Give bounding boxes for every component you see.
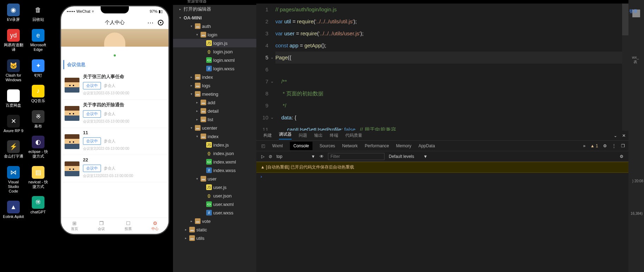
chevron-icon[interactable]: ▾: [191, 24, 195, 28]
desktop-icon-ev-recorder[interactable]: ◉EV录屏: [3, 4, 24, 22]
fold-icon[interactable]: ⌄: [270, 79, 274, 84]
chevron-icon[interactable]: ▸: [196, 109, 201, 113]
tree-node[interactable]: ▾▬index: [173, 132, 256, 141]
chevron-icon[interactable]: ▸: [185, 236, 189, 240]
tree-node[interactable]: ▾▬auth: [173, 22, 256, 30]
desktop-icon-vscode[interactable]: ⋈Visual Studio Code: [3, 166, 24, 194]
devtools-tab[interactable]: Memory: [396, 143, 411, 148]
tree-node[interactable]: ▸▬list: [173, 115, 256, 124]
eye-icon[interactable]: 👁: [320, 154, 324, 159]
tree-node[interactable]: ▾▬user: [173, 175, 256, 183]
console-prompt[interactable]: ›: [256, 173, 628, 181]
tree-node[interactable]: ▾OA-MINI: [173, 13, 256, 22]
dbg-tab[interactable]: 问题: [299, 132, 307, 138]
desktop-icon-recycle[interactable]: 🗑回收站: [28, 4, 49, 22]
devtools-tab[interactable]: Sources: [320, 143, 335, 148]
code-line[interactable]: [275, 64, 628, 76]
devtools-tab[interactable]: Console: [290, 142, 312, 150]
desktop-icon-eolink[interactable]: ▲Eolink Apikit: [3, 201, 24, 219]
tree-node[interactable]: ▸▬utils: [173, 234, 256, 242]
dbg-tab[interactable]: 构建: [263, 132, 272, 138]
tree-node[interactable]: {}user.json: [173, 191, 256, 200]
chevron-icon[interactable]: ▸: [191, 75, 195, 79]
tree-node[interactable]: JSindex.js: [173, 141, 256, 149]
menu-icon[interactable]: ⋯: [147, 19, 154, 26]
code-line[interactable]: var user = require('../../../utils/user.…: [275, 28, 628, 40]
chevron-icon[interactable]: ▾: [191, 92, 195, 96]
more-tabs-icon[interactable]: »: [583, 143, 585, 148]
desktop-icon-mubu[interactable]: ※幕布: [28, 110, 49, 129]
chevron-icon[interactable]: ▾: [196, 177, 201, 181]
chevron-icon[interactable]: ▸: [179, 7, 184, 11]
minimap-thumb[interactable]: [622, 4, 628, 35]
code-line[interactable]: Page({: [275, 52, 628, 64]
code-area[interactable]: // pages/auth/login/login.jsvar util = r…: [275, 4, 628, 136]
kebab-icon[interactable]: ⋮: [612, 143, 616, 148]
code-line[interactable]: /**: [275, 76, 628, 88]
tree-node[interactable]: ▾▬meeting: [173, 90, 256, 98]
tab-首页[interactable]: ⊞首页: [61, 218, 88, 234]
devtools-tab[interactable]: AppData: [418, 143, 435, 148]
chevron-icon[interactable]: ▾: [179, 16, 184, 19]
code-line[interactable]: const app = getApp();: [275, 40, 628, 52]
tree-node[interactable]: ▸▬index: [173, 73, 256, 81]
tree-node[interactable]: <>user.wxml: [173, 200, 256, 208]
meeting-item[interactable]: 11 会议中参会人 会议室2|2022-03-13 00:00:00: [62, 128, 167, 155]
tree-node[interactable]: ▾▬ucenter: [173, 124, 256, 132]
levels-selector[interactable]: Default levels ▼: [389, 154, 428, 159]
devtools-tab[interactable]: Network: [342, 143, 358, 148]
tree-node[interactable]: ▸▬vote: [173, 217, 256, 225]
code-line[interactable]: * 页面的初始数据: [275, 88, 628, 100]
meeting-item[interactable]: 关于李四的开除通告 会议中参会人 会议室1|2022-03-13 00:00:0…: [62, 100, 167, 128]
chevron-icon[interactable]: ▸: [185, 228, 189, 231]
code-line[interactable]: // pages/auth/login/login.js: [275, 4, 628, 16]
fold-icon[interactable]: ⌄: [270, 115, 274, 120]
chevron-icon[interactable]: ▾: [196, 33, 201, 36]
tree-node[interactable]: <>index.wxml: [173, 158, 256, 166]
dbg-tab[interactable]: 代码质量: [345, 132, 362, 138]
tree-node[interactable]: JSuser.js: [173, 183, 256, 191]
target-icon[interactable]: [158, 20, 163, 25]
close-icon[interactable]: ✕: [622, 133, 626, 138]
play-icon[interactable]: ▷: [261, 154, 264, 159]
tab-投票[interactable]: ☐投票: [115, 218, 142, 234]
devtools-tab[interactable]: Wxml: [272, 143, 283, 148]
tree-node[interactable]: #user.wxss: [173, 208, 256, 217]
chevron-icon[interactable]: ▾: [191, 126, 195, 130]
context-selector[interactable]: top▼: [276, 154, 315, 159]
desktop-icon-youdao[interactable]: yd网易有道翻译: [3, 29, 24, 52]
fold-icon[interactable]: ⌄: [270, 55, 274, 60]
tree-node[interactable]: {}login.json: [173, 47, 256, 56]
desktop-icon-clash[interactable]: 🐱Clash for Windows: [3, 59, 24, 82]
code-line[interactable]: data: {: [275, 112, 628, 124]
desktop-icon-qqmusic[interactable]: ♪QQ音乐: [28, 85, 49, 103]
tree-node[interactable]: ▸▬detail: [173, 107, 256, 115]
chevron-icon[interactable]: ▾: [196, 135, 201, 138]
desktop-icon-chatgpt[interactable]: ֎chatGPT: [28, 196, 49, 214]
tree-node[interactable]: <>login.wxml: [173, 56, 256, 64]
desktop-icon-dingtalk[interactable]: ✦钉钉: [28, 59, 49, 78]
desktop-icon-edge[interactable]: eMicrosoft Edge: [28, 29, 49, 52]
tree-node[interactable]: ▸▬add: [173, 98, 256, 107]
desktop-icon-baidu-pan[interactable]: ☁百度网盘: [3, 89, 24, 108]
dbg-tab[interactable]: 终端: [330, 132, 338, 138]
clear-icon[interactable]: ⊘: [269, 154, 272, 159]
tree-node[interactable]: #login.wxss: [173, 64, 256, 73]
dbg-tab[interactable]: 调试器: [279, 131, 292, 140]
tab-中心[interactable]: ⚙中心: [142, 218, 168, 234]
tree-node[interactable]: ▾▬login: [173, 30, 256, 39]
tree-node[interactable]: #index.wxss: [173, 166, 256, 175]
meeting-item[interactable]: 关于张三的人事任命 会议中参会人 会议室1|2022-03-13 00:00:0…: [62, 71, 167, 100]
chevron-icon[interactable]: ▸: [191, 84, 195, 87]
desktop-icon-eclipse[interactable]: ◐eclipse - 快捷方式: [28, 136, 49, 159]
chevron-icon[interactable]: ▸: [196, 101, 201, 104]
tree-node[interactable]: {}index.json: [173, 149, 256, 158]
gear-icon[interactable]: ⚙: [620, 154, 624, 159]
tree-node[interactable]: ▸▬static: [173, 225, 256, 234]
chevron-down-icon[interactable]: ⌄: [614, 133, 617, 138]
file-tree[interactable]: ▸打开的编辑器▾OA-MINI▾▬auth▾▬loginJSlogin.js{}…: [173, 5, 256, 272]
chevron-icon[interactable]: ▸: [196, 118, 201, 121]
code-editor[interactable]: 1234567891011 // pages/auth/login/login.…: [256, 4, 628, 131]
tab-会议[interactable]: ❐会议: [88, 218, 115, 234]
desktop-icon-axure[interactable]: ✕Axure RP 9: [3, 115, 24, 133]
